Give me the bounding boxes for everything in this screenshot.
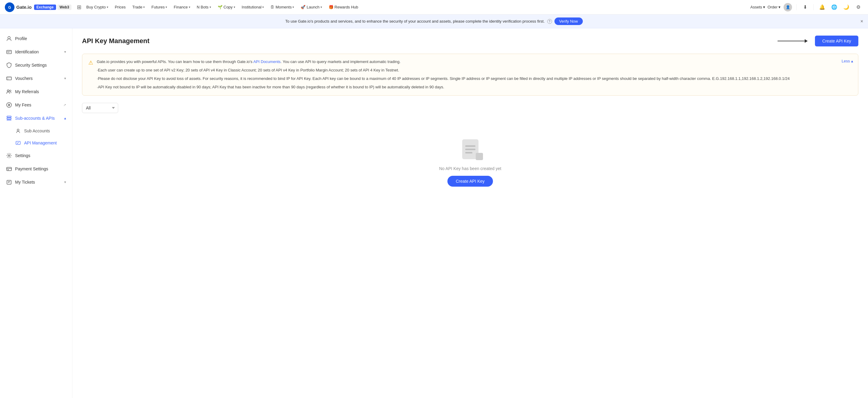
page-layout: Profile Identification ▾ Security Settin… [0,28,868,398]
sidebar-item-vouchers[interactable]: Vouchers ▾ [0,72,72,85]
less-button[interactable]: Less ▴ [842,59,853,63]
info-bullet-3: ·API Key not bound to IP will be automat… [97,84,789,90]
chevron-up-icon: ▴ [851,59,853,63]
svg-point-6 [7,90,9,92]
sidebar-label-profile: Profile [15,36,27,41]
nav-right: Assets▾ Order▾ 👤 ⬇ 🔔 🌐 🌙 ⚙ [750,2,863,12]
info-box: ⚠ Gate.io provides you with powerful API… [82,54,858,96]
svg-point-12 [17,129,19,131]
sidebar-label-my-tickets: My Tickets [15,180,35,185]
svg-point-14 [8,155,10,156]
sidebar-item-identification[interactable]: Identification ▾ [0,45,72,59]
nav-futures[interactable]: Futures▾ [148,3,170,11]
create-api-key-center-button[interactable]: Create API Key [447,176,493,187]
arrow-head-icon [805,39,808,43]
info-box-content: Gate.io provides you with powerful APIs.… [97,59,789,90]
nav-bots[interactable]: N Bots▾ [194,3,214,11]
sidebar-label-settings: Settings [15,153,30,158]
nav-institutional[interactable]: Institutional▾ [239,3,267,11]
settings-icon[interactable]: ⚙ [854,2,863,12]
sidebar-item-sub-accounts-apis[interactable]: Sub-accounts & APIs ▴ [0,112,72,125]
chevron-down-icon: ▾ [64,180,66,184]
grid-icon[interactable]: ⊞ [75,2,83,12]
arrow-line [778,41,805,41]
svg-text:G: G [8,5,11,9]
svg-rect-10 [7,118,11,119]
avatar-icon[interactable]: 👤 [783,2,793,12]
download-icon[interactable]: ⬇ [800,2,810,12]
create-api-key-button[interactable]: Create API Key [815,36,858,47]
empty-state-message: No API Key has been created yet [439,166,501,171]
filter-select[interactable]: All [82,103,118,113]
sidebar-subitem-sub-accounts[interactable]: Sub Accounts [0,125,72,137]
svg-point-2 [8,36,10,39]
svg-point-4 [7,51,9,53]
badge-web3[interactable]: Web3 [57,4,72,10]
api-docs-link[interactable]: API Documents [253,59,280,64]
moon-icon[interactable]: 🌙 [841,2,851,12]
nav-trade[interactable]: Trade▾ [129,3,148,11]
sidebar-subitem-label-api-management: API Management [24,141,57,145]
nav-order[interactable]: Order▾ [768,5,781,9]
main-content: API Key Management Create API Key ⚠ Gate… [72,28,868,398]
info-box-header: ⚠ Gate.io provides you with powerful API… [88,59,852,90]
sidebar: Profile Identification ▾ Security Settin… [0,28,72,398]
info-main-text: Gate.io provides you with powerful APIs.… [97,59,789,65]
help-icon[interactable]: ? [547,19,552,24]
empty-state-icon [458,137,483,161]
info-bullet-1: ·Each user can create up to one set of A… [97,67,789,73]
sidebar-item-security-settings[interactable]: Security Settings [0,59,72,72]
filter-row: All [82,103,858,113]
doc-line-3 [465,152,472,153]
svg-rect-9 [7,116,11,117]
arrow-decoration [778,39,808,43]
sidebar-item-settings[interactable]: Settings [0,149,72,162]
nav-assets[interactable]: Assets▾ [750,5,765,9]
sidebar-subitem-api-management[interactable]: API Management [0,137,72,149]
sidebar-subitem-label-sub-accounts: Sub Accounts [24,128,50,133]
logo[interactable]: G Gate.io [5,2,32,12]
external-link-icon: ↗ [63,103,66,107]
svg-rect-16 [7,170,9,170]
tickets-icon [6,179,12,185]
verify-now-button[interactable]: Verify Now [554,18,583,25]
top-navigation: G Gate.io Exchange Web3 ⊞ Buy Crypto▾ Pr… [0,0,868,14]
referrals-icon [6,89,12,95]
nav-rewards-hub[interactable]: 🎁 Rewards Hub [326,3,361,11]
vouchers-icon [6,75,12,82]
info-bullet-2: ·Please do not disclose your API Key to … [97,75,789,82]
nav-copy[interactable]: 🌱 Copy▾ [215,3,238,11]
nav-buy-crypto[interactable]: Buy Crypto▾ [83,3,111,11]
nav-items: Buy Crypto▾ Prices Trade▾ Futures▾ Finan… [83,3,750,11]
svg-rect-15 [7,167,11,171]
sidebar-item-my-fees[interactable]: My Fees ↗ [0,98,72,112]
sidebar-label-security-settings: Security Settings [15,63,47,67]
badge-exchange[interactable]: Exchange [34,4,56,10]
nav-finance[interactable]: Finance▾ [170,3,193,11]
sidebar-item-profile[interactable]: Profile [0,32,72,45]
globe-icon[interactable]: 🌐 [829,2,839,12]
sidebar-item-payment-settings[interactable]: Payment Settings [0,162,72,176]
identification-icon [6,49,12,55]
logo-text: Gate.io [16,4,32,10]
svg-point-7 [10,90,11,92]
sidebar-label-my-fees: My Fees [15,102,31,108]
settings-gear-icon [6,153,12,159]
notification-icon[interactable]: 🔔 [817,2,827,12]
notif-text: To use Gate.io's products and services, … [285,19,545,24]
sub-account-person-icon [15,128,21,134]
sidebar-item-my-tickets[interactable]: My Tickets ▾ [0,176,72,189]
notification-bar: To use Gate.io's products and services, … [0,14,868,28]
payment-icon [6,166,12,172]
warning-icon: ⚠ [88,59,93,66]
nav-launch[interactable]: 🚀 Launch▾ [298,3,325,11]
nav-moments[interactable]: 🗓 Moments▾ [268,3,297,11]
sidebar-label-sub-accounts-apis: Sub-accounts & APIs [15,116,55,121]
profile-icon [6,36,12,41]
fees-icon [6,102,12,108]
doc-shadow-icon [476,153,483,160]
sub-accounts-icon [6,115,12,121]
nav-prices[interactable]: Prices [112,3,129,11]
close-notification-button[interactable]: × [861,19,863,24]
sidebar-item-my-referrals[interactable]: My Referrals [0,85,72,98]
